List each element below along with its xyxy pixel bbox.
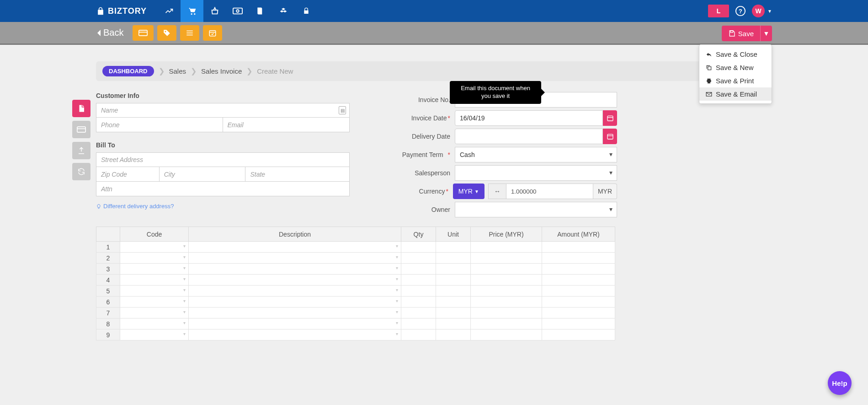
delivery-date-picker-button[interactable] bbox=[603, 129, 617, 144]
col-code: Code bbox=[120, 227, 189, 242]
cell-price[interactable] bbox=[471, 297, 542, 308]
nav-lock-icon[interactable] bbox=[295, 0, 318, 22]
cell-description[interactable]: ▾ bbox=[189, 308, 401, 319]
cell-unit[interactable] bbox=[436, 329, 471, 340]
cell-description[interactable]: ▾ bbox=[189, 286, 401, 297]
cell-description[interactable]: ▾ bbox=[189, 319, 401, 329]
cell-qty[interactable] bbox=[401, 297, 436, 308]
save-email-item[interactable]: Save & Email bbox=[699, 87, 772, 101]
cell-description[interactable]: ▾ bbox=[189, 275, 401, 286]
nav-money-icon[interactable] bbox=[226, 0, 249, 22]
attn-input[interactable] bbox=[96, 182, 350, 196]
cell-code[interactable]: ▾ bbox=[120, 308, 189, 319]
city-input[interactable] bbox=[160, 167, 246, 182]
zip-input[interactable] bbox=[96, 167, 160, 182]
nav-cart-icon[interactable] bbox=[181, 0, 203, 22]
invoice-date-input[interactable] bbox=[455, 110, 603, 126]
cell-unit[interactable] bbox=[436, 319, 471, 329]
cell-unit[interactable] bbox=[436, 297, 471, 308]
cell-price[interactable] bbox=[471, 319, 542, 329]
salesperson-select[interactable] bbox=[455, 165, 617, 181]
payment-term-select[interactable]: Cash bbox=[455, 147, 617, 162]
cell-code[interactable]: ▾ bbox=[120, 297, 189, 308]
save-dropdown-toggle[interactable]: ▼ bbox=[760, 26, 772, 41]
save-button[interactable]: Save bbox=[722, 26, 760, 41]
cell-qty[interactable] bbox=[401, 275, 436, 286]
cell-price[interactable] bbox=[471, 286, 542, 297]
street-input[interactable] bbox=[96, 152, 350, 167]
plan-badge[interactable]: L bbox=[708, 5, 729, 17]
cell-price[interactable] bbox=[471, 242, 542, 253]
toolbar-tag-icon[interactable] bbox=[157, 25, 176, 41]
back-button[interactable]: Back bbox=[96, 27, 123, 38]
cell-unit[interactable] bbox=[436, 264, 471, 275]
currency-code-button[interactable]: MYR ▼ bbox=[453, 184, 485, 199]
nav-basket-icon[interactable] bbox=[203, 0, 226, 22]
cell-code[interactable]: ▾ bbox=[120, 286, 189, 297]
cell-unit[interactable] bbox=[436, 242, 471, 253]
cell-qty[interactable] bbox=[401, 253, 436, 264]
cell-unit[interactable] bbox=[436, 308, 471, 319]
cell-unit[interactable] bbox=[436, 286, 471, 297]
cell-amount[interactable] bbox=[542, 308, 615, 319]
cell-code[interactable]: ▾ bbox=[120, 329, 189, 340]
save-print-item[interactable]: Save & Print bbox=[699, 74, 772, 87]
cell-code[interactable]: ▾ bbox=[120, 264, 189, 275]
nav-analytics-icon[interactable] bbox=[158, 0, 181, 22]
customer-name-input[interactable] bbox=[96, 103, 350, 118]
cell-qty[interactable] bbox=[401, 264, 436, 275]
cell-amount[interactable] bbox=[542, 297, 615, 308]
nav-boxes-icon[interactable] bbox=[272, 0, 295, 22]
invoice-date-picker-button[interactable] bbox=[603, 110, 617, 126]
cell-description[interactable]: ▾ bbox=[189, 264, 401, 275]
owner-select[interactable] bbox=[455, 202, 617, 217]
cell-amount[interactable] bbox=[542, 286, 615, 297]
save-new-item[interactable]: Save & New bbox=[699, 61, 772, 74]
cell-description[interactable]: ▾ bbox=[189, 242, 401, 253]
cell-code[interactable]: ▾ bbox=[120, 275, 189, 286]
contact-card-icon[interactable]: ▤ bbox=[339, 106, 346, 114]
different-delivery-link[interactable]: Different delivery address? bbox=[96, 203, 350, 210]
cell-amount[interactable] bbox=[542, 242, 615, 253]
breadcrumb-sales[interactable]: Sales bbox=[169, 67, 186, 75]
cell-qty[interactable] bbox=[401, 329, 436, 340]
cell-code[interactable]: ▾ bbox=[120, 242, 189, 253]
cell-price[interactable] bbox=[471, 264, 542, 275]
currency-rate-input[interactable] bbox=[506, 184, 593, 199]
cell-amount[interactable] bbox=[542, 329, 615, 340]
cell-amount[interactable] bbox=[542, 275, 615, 286]
cell-code[interactable]: ▾ bbox=[120, 253, 189, 264]
cell-description[interactable]: ▾ bbox=[189, 297, 401, 308]
cell-amount[interactable] bbox=[542, 319, 615, 329]
cell-qty[interactable] bbox=[401, 319, 436, 329]
help-icon[interactable]: ? bbox=[735, 6, 746, 16]
nav-book-icon[interactable] bbox=[249, 0, 272, 22]
delivery-date-input[interactable] bbox=[455, 129, 603, 144]
different-delivery-text: Different delivery address? bbox=[103, 203, 174, 210]
cell-price[interactable] bbox=[471, 253, 542, 264]
state-input[interactable] bbox=[245, 167, 350, 182]
cell-qty[interactable] bbox=[401, 286, 436, 297]
customer-phone-input[interactable] bbox=[96, 118, 223, 132]
breadcrumb-dashboard[interactable]: DASHBOARD bbox=[102, 66, 154, 76]
cell-unit[interactable] bbox=[436, 275, 471, 286]
cell-qty[interactable] bbox=[401, 308, 436, 319]
cell-unit[interactable] bbox=[436, 253, 471, 264]
cell-amount[interactable] bbox=[542, 253, 615, 264]
toolbar-list-icon[interactable] bbox=[180, 25, 199, 41]
customer-email-input[interactable] bbox=[223, 118, 350, 132]
save-close-item[interactable]: Save & Close bbox=[699, 48, 772, 61]
cell-amount[interactable] bbox=[542, 264, 615, 275]
help-bubble[interactable]: He!p bbox=[828, 371, 852, 395]
toolbar-card-icon[interactable] bbox=[133, 25, 154, 41]
user-menu[interactable]: W ▼ bbox=[752, 5, 772, 17]
cell-description[interactable]: ▾ bbox=[189, 329, 401, 340]
cell-qty[interactable] bbox=[401, 242, 436, 253]
cell-code[interactable]: ▾ bbox=[120, 319, 189, 329]
cell-price[interactable] bbox=[471, 308, 542, 319]
toolbar-calendar-icon[interactable] bbox=[203, 25, 222, 41]
cell-description[interactable]: ▾ bbox=[189, 253, 401, 264]
cell-price[interactable] bbox=[471, 329, 542, 340]
cell-price[interactable] bbox=[471, 275, 542, 286]
breadcrumb-sales-invoice[interactable]: Sales Invoice bbox=[201, 67, 242, 75]
